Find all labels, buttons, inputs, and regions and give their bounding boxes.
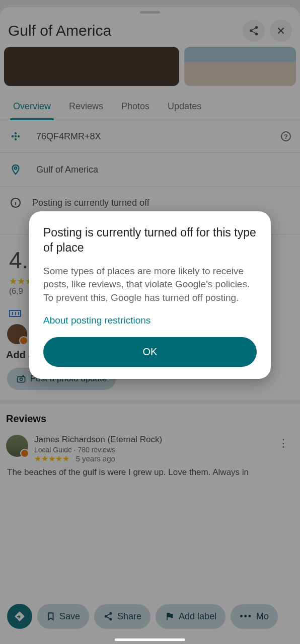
- posting-dialog: Posting is currently turned off for this…: [29, 211, 271, 379]
- dialog-body: Some types of places are more likely to …: [43, 265, 257, 305]
- nav-bar-handle[interactable]: [115, 638, 185, 641]
- dialog-title: Posting is currently turned off for this…: [43, 225, 257, 256]
- dialog-ok-button[interactable]: OK: [43, 337, 257, 367]
- dialog-link[interactable]: About posting restrictions: [43, 315, 257, 326]
